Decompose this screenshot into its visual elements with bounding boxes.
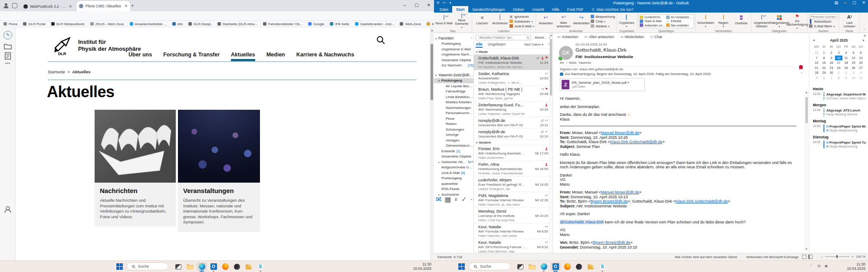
calendar-day[interactable]: 19	[850, 60, 857, 66]
folder-item[interactable]: Reisen	[434, 121, 473, 127]
reading-action-antworten[interactable]: ↩Antworten	[557, 35, 578, 39]
ribbon-button-löschen[interactable]: ×Löschen	[473, 13, 491, 28]
taskbar-app-outlook-icon[interactable]: O	[209, 262, 218, 271]
calendar-day[interactable]: 29	[820, 70, 828, 75]
bookmark-item[interactable]: IPA Seite	[330, 22, 349, 26]
reading-scroll-down-icon[interactable]: ▼	[805, 248, 808, 250]
taskbar-search[interactable]: Suche	[127, 262, 168, 270]
ribbon-button-weiterleiten[interactable]: ↪Weiterleiten	[573, 13, 590, 28]
outlook-close-button[interactable]: ✕	[862, 0, 865, 5]
ribbon-tab-hilfe[interactable]: Hilfe	[548, 6, 563, 13]
calendar-day[interactable]: 27	[857, 66, 865, 71]
taskbar-app-edge-icon[interactable]	[539, 262, 549, 271]
calendar-day[interactable]: 13	[857, 56, 865, 61]
bookmark-item[interactable]: ZEUS - Mein Zeus	[90, 22, 124, 26]
taskbar-app-firefox-icon[interactable]	[220, 262, 230, 271]
taskbar-app-app-share-icon[interactable]	[244, 262, 253, 271]
outlook-minimize-button[interactable]: –	[844, 0, 846, 5]
calendar-day[interactable]: 9	[828, 56, 835, 61]
reading-scrollbar-thumb[interactable]	[806, 97, 808, 123]
calendar-day[interactable]: 22	[820, 66, 828, 71]
sort-dropdown[interactable]: Nach Datum ▾	[524, 43, 543, 46]
calendar-day[interactable]: 26	[850, 66, 857, 71]
nav-calendar-icon[interactable]: ▦	[444, 195, 451, 203]
header-collapse-icon[interactable]: ⌃	[800, 72, 803, 75]
ribbon-button-chat[interactable]: Chat▾	[591, 19, 615, 23]
taskbar-app-app-share-icon[interactable]	[586, 262, 595, 271]
email-link[interactable]: Klaus-Dirk.Gottschaldt@dlr.de	[675, 199, 728, 203]
calendar-day-selected[interactable]: 10	[835, 56, 842, 61]
zoom-in-icon[interactable]: +	[852, 255, 854, 259]
calendar-day[interactable]: 3	[835, 50, 842, 56]
ribbon-tab-start[interactable]: Start	[452, 6, 468, 13]
folder-item[interactable]: Mobiles Arbeiten	[434, 100, 473, 105]
bookmark-item[interactable]: Plone	[3, 22, 17, 26]
reading-view-icon[interactable]	[808, 255, 812, 259]
zoom-out-icon[interactable]: –	[821, 255, 823, 259]
message-row[interactable]: Braun, Markus ( PE-NB )↪⚑AW: Nichtkürzun…	[474, 85, 550, 101]
message-row[interactable]: Keur, Natalie↩AW: Formular Interner Revi…	[474, 223, 550, 239]
taskbar-app-skype-icon[interactable]: S	[598, 262, 607, 271]
ribbon-tab-foxit-pdf[interactable]: Foxit PDF	[563, 6, 588, 13]
edge-maximize-button[interactable]: ▢	[414, 2, 420, 8]
site-nav-item[interactable]: Forschung & Transfer	[163, 52, 220, 61]
ribbon-button-laut-vorlesen[interactable]: A⁾Laut vorlesen	[841, 13, 858, 28]
folder-item[interactable]: Ungelesene E-Mail	[434, 46, 473, 52]
taskbar-app-app-dark-icon[interactable]	[232, 262, 242, 271]
calendar-day[interactable]: 24	[835, 66, 842, 71]
tray-volume-icon[interactable]	[825, 264, 829, 268]
bookmark-item[interactable]: Web-Zeus	[400, 22, 421, 26]
plone-user-icon[interactable]	[3, 205, 12, 214]
dlr-logo[interactable]: DLR	[53, 34, 75, 56]
site-nav-item[interactable]: Karriere & Nachwuchs	[296, 52, 354, 61]
start-button[interactable]	[458, 263, 465, 270]
calendar-day[interactable]: 12	[850, 56, 857, 61]
signed-certificate-icon[interactable]	[799, 65, 803, 69]
bookmark-item[interactable]: DLR Portal	[23, 22, 45, 26]
ribbon-display-icon[interactable]: ▤	[834, 0, 838, 5]
ribbon-button-ungelesen-gelesen[interactable]: Ungelesen/ Gelesen	[753, 13, 770, 28]
calendar-day[interactable]: 1	[820, 50, 828, 56]
message-row[interactable]: Zeiterfassung-Sued, Fu...AW: Nachmeldung…	[474, 101, 550, 117]
calendar-day[interactable]: 7	[828, 75, 835, 81]
message-row[interactable]: Pühl, Magdalena↩AW: Formular Interner Re…	[474, 192, 550, 207]
email-link[interactable]: Klaus-Dirk.Gottschaldt@dlr.de	[610, 140, 663, 144]
message-row[interactable]: noreply@dlr.de↩Gescanntes Bild von PA-P-…	[474, 117, 550, 128]
ribbon-button-aufräumen[interactable]: Aufräumen▾	[509, 19, 534, 23]
folder-expand-icon[interactable]: ▾	[435, 37, 438, 40]
ribbon-button-e-mail-filtern[interactable]: E-Mail filtern▾	[809, 24, 838, 29]
folder-expand-icon[interactable]: ▸	[438, 161, 441, 164]
folder-item[interactable]: Fahraufträge	[434, 89, 473, 95]
ribbon-button-onenote[interactable]: NOneNote	[733, 13, 750, 28]
folder-item[interactable]: Plone	[434, 116, 473, 121]
folder-item[interactable]: Ungelesene Nachrichten	[434, 52, 473, 58]
calendar-day[interactable]: 14	[813, 60, 820, 66]
calendar-day[interactable]: 8	[835, 75, 842, 81]
appointment-item[interactable]: 10:00Project/Paper Sprint MoSkype-Bespre…	[813, 125, 866, 132]
site-search-icon[interactable]	[376, 35, 385, 45]
folder-item[interactable]: ▸Gelöschte Objekte507	[434, 159, 473, 165]
calendar-next-icon[interactable]: ▸	[863, 38, 865, 42]
folder-item[interactable]: Umzüge	[434, 132, 473, 138]
calendar-day[interactable]: 11	[857, 75, 865, 81]
taskbar-app-edge-icon[interactable]	[197, 262, 207, 271]
calendar-day[interactable]: 3	[850, 70, 857, 75]
normal-view-icon[interactable]	[802, 255, 806, 259]
ribbon-button-weitere[interactable]: Weitere▾	[591, 24, 615, 28]
folder-item[interactable]: Linde Bestellungen	[434, 94, 473, 100]
start-button[interactable]	[116, 263, 123, 270]
site-nav-active[interactable]: Aktuelles	[231, 52, 255, 61]
tell-me-box[interactable]: Was möchten Sie tun?	[588, 6, 638, 13]
browser-tab[interactable]: WebPostKorb 3.2 - Eingang - Zu...✕	[21, 2, 75, 11]
message-row[interactable]: noreply@dlr.de↩Gescanntes Bild von PA-P-…	[474, 128, 550, 139]
ribbon-button-cryptshare[interactable]: Cryptshare▾	[618, 13, 635, 28]
message-row[interactable]: Seider, Katharina↩Ausweishalter10:53Lieb…	[474, 70, 550, 85]
ribbon-button-verschieben[interactable]: Verschieben▾	[697, 13, 714, 28]
ribbon-button-antworten[interactable]: ↩Antworten	[537, 13, 555, 28]
calendar-day[interactable]: 6	[857, 50, 865, 56]
ribbon-tab-ordner[interactable]: Ordner	[509, 6, 528, 13]
ribbon-button-zur-nachverfolgung[interactable]: ⚑Zur Nachverfolgung▾	[789, 13, 806, 28]
taskbar-search[interactable]: Suche	[469, 262, 510, 270]
message-row[interactable]: Lederhofer, MirjamEuer Feedback ist gefr…	[474, 176, 550, 192]
folder-item[interactable]: Nachmeldungen	[434, 105, 473, 111]
